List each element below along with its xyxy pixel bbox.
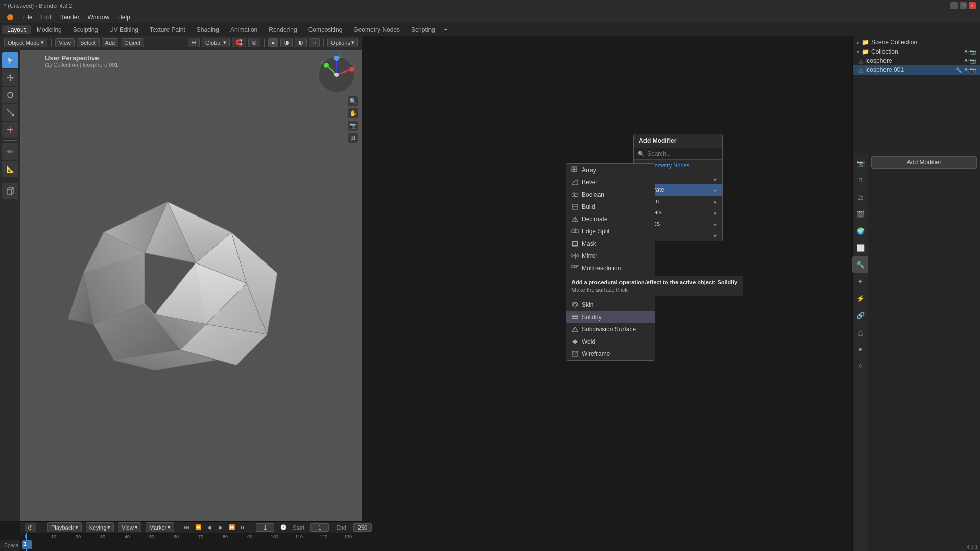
timeline-area-selector[interactable]: ⏱ — [25, 523, 36, 532]
close-button[interactable]: ✕ — [969, 2, 976, 9]
submenu-edge-split[interactable]: Edge Split — [566, 225, 655, 237]
prop-shaderfx-icon[interactable]: ✧ — [852, 357, 869, 374]
tab-shading[interactable]: Shading — [192, 25, 224, 34]
prop-particles-icon[interactable]: ✦ — [852, 273, 869, 290]
mode-selector[interactable]: Object Mode ▾ — [4, 38, 47, 47]
icosphere-001-vis-render[interactable]: 📷 — [970, 67, 976, 73]
submenu-mirror[interactable]: Mirror — [566, 250, 655, 262]
submenu-solidify[interactable]: Solidify — [566, 311, 655, 323]
jump-start-button[interactable]: ⏮ — [182, 523, 192, 532]
play-button[interactable]: ▶ — [216, 523, 225, 532]
tab-modeling[interactable]: Modeling — [32, 25, 67, 34]
tree-item-icosphere-001[interactable]: △ Icosphere.001 🔧 👁 📷 — [853, 65, 980, 75]
tree-item-icosphere[interactable]: △ Icosphere 👁 📷 — [853, 56, 980, 65]
prop-object-icon[interactable]: ⬜ — [852, 239, 869, 256]
view-menu[interactable]: View — [55, 38, 75, 47]
minimize-button[interactable]: ─ — [950, 2, 958, 9]
object-menu[interactable]: Object — [121, 38, 144, 47]
menu-help[interactable]: Help — [113, 13, 134, 22]
submenu-wireframe[interactable]: Wireframe — [566, 348, 655, 360]
icosphere-001-vis-eye[interactable]: 👁 — [964, 67, 969, 73]
submenu-build[interactable]: Build — [566, 201, 655, 213]
submenu-decimate[interactable]: Decimate — [566, 213, 655, 225]
tab-rendering[interactable]: Rendering — [264, 25, 302, 34]
grid-view-button[interactable]: ⊞ — [348, 133, 358, 143]
viewport-shading-solid[interactable]: ● — [268, 38, 279, 47]
viewport-3d[interactable]: User Perspective (1) Collection | Icosph… — [20, 50, 362, 521]
playback-menu[interactable]: Playback ▾ — [47, 522, 82, 532]
tab-geometry-nodes[interactable]: Geometry Nodes — [348, 25, 405, 34]
tab-sculpting[interactable]: Sculpting — [68, 25, 103, 34]
tool-add-cube[interactable] — [2, 183, 18, 199]
tool-cursor[interactable] — [2, 52, 18, 68]
next-frame-button[interactable]: ⏩ — [227, 523, 236, 532]
tree-item-scene-collection[interactable]: ▸ 📁 Scene Collection — [853, 38, 980, 47]
jump-end-button[interactable]: ⏭ — [238, 523, 248, 532]
tab-compositing[interactable]: Compositing — [303, 25, 348, 34]
menu-file[interactable]: File — [18, 13, 36, 22]
prev-frame-button[interactable]: ⏪ — [194, 523, 203, 532]
timeline-track[interactable]: 1 10 20 30 40 50 60 70 80 90 100 110 120… — [20, 533, 362, 551]
tool-annotate[interactable]: ✏ — [2, 143, 18, 160]
keying-menu[interactable]: Keying ▾ — [86, 522, 114, 532]
viewport-shading-material[interactable]: ◑ — [280, 38, 293, 47]
pan-button[interactable]: ✋ — [348, 108, 358, 118]
prop-view-layer-icon[interactable]: 🗂 — [852, 189, 869, 205]
icosphere-vis-eye[interactable]: 👁 — [964, 58, 969, 64]
viewport-shading-eevee[interactable]: ○ — [309, 38, 320, 47]
submenu-boolean[interactable]: Boolean — [566, 188, 655, 201]
submenu-multiresolution[interactable]: Multiresolution — [566, 262, 655, 274]
menu-render[interactable]: Render — [55, 13, 83, 22]
icosphere-vis-render[interactable]: 📷 — [970, 58, 976, 64]
popup-search-input[interactable] — [647, 150, 718, 157]
add-menu[interactable]: Add — [102, 38, 119, 47]
tree-item-collection[interactable]: ▾ 📁 Collection 👁 📷 — [853, 47, 980, 56]
tool-scale[interactable] — [2, 104, 18, 121]
menu-blender[interactable] — [2, 12, 18, 22]
prop-world-icon[interactable]: 🌍 — [852, 223, 869, 239]
tool-measure[interactable]: 📐 — [2, 161, 18, 177]
tab-uv-editing[interactable]: UV Editing — [104, 25, 144, 34]
add-modifier-button[interactable]: Add Modifier — [871, 156, 977, 169]
tab-texture-paint[interactable]: Texture Paint — [145, 25, 190, 34]
maximize-button[interactable]: □ — [960, 2, 967, 9]
zoom-in-button[interactable]: 🔍 — [348, 96, 358, 106]
tab-scripting[interactable]: Scripting — [406, 25, 440, 34]
camera-button[interactable]: 📷 — [348, 121, 358, 131]
submenu-array[interactable]: Array — [566, 164, 655, 176]
current-frame-input[interactable]: 1 — [256, 523, 274, 532]
tool-rotate[interactable] — [2, 87, 18, 103]
prop-physics-icon[interactable]: ⚡ — [852, 290, 869, 306]
collection-vis-eye[interactable]: 👁 — [964, 49, 969, 55]
collection-vis-render[interactable]: 📷 — [970, 49, 976, 55]
viewport-shading-rendered[interactable]: ◐ — [295, 38, 307, 47]
prop-constraints-icon[interactable]: 🔗 — [852, 307, 869, 323]
select-menu[interactable]: Select — [77, 38, 100, 47]
view-menu-timeline[interactable]: View ▾ — [118, 522, 141, 532]
transform-orientation[interactable]: Global ▾ — [202, 38, 230, 47]
start-frame-input[interactable]: 1 — [310, 523, 329, 532]
tool-move[interactable] — [2, 69, 18, 86]
transform-pivot[interactable]: ⊕ — [188, 38, 200, 47]
submenu-mask[interactable]: Mask — [566, 237, 655, 250]
submenu-bevel[interactable]: Bevel — [566, 176, 655, 188]
submenu-weld[interactable]: Weld — [566, 336, 655, 348]
prop-material-icon[interactable]: ● — [852, 341, 869, 357]
tab-animation[interactable]: Animation — [225, 25, 262, 34]
navigation-gizmo[interactable]: X Y Z — [316, 54, 357, 95]
submenu-skin[interactable]: Skin — [566, 299, 655, 311]
prop-modifier-icon[interactable]: 🔧 — [852, 256, 869, 273]
proportional-edit[interactable]: ◎ — [248, 38, 260, 47]
menu-edit[interactable]: Edit — [36, 13, 55, 22]
tab-layout[interactable]: Layout — [2, 25, 31, 34]
menu-window[interactable]: Window — [83, 13, 113, 22]
end-frame-input[interactable]: 250 — [353, 523, 372, 532]
marker-menu[interactable]: Marker ▾ — [146, 522, 174, 532]
play-reverse-button[interactable]: ◀ — [205, 523, 214, 532]
submenu-subdivision[interactable]: Subdivision Surface — [566, 323, 655, 336]
add-workspace-button[interactable]: + — [441, 25, 451, 34]
prop-output-icon[interactable]: 🖨 — [852, 172, 869, 188]
prop-render-icon[interactable]: 📷 — [852, 155, 869, 172]
snap-toggle[interactable]: 🧲 — [232, 38, 246, 47]
options-button[interactable]: Options ▾ — [327, 38, 358, 47]
